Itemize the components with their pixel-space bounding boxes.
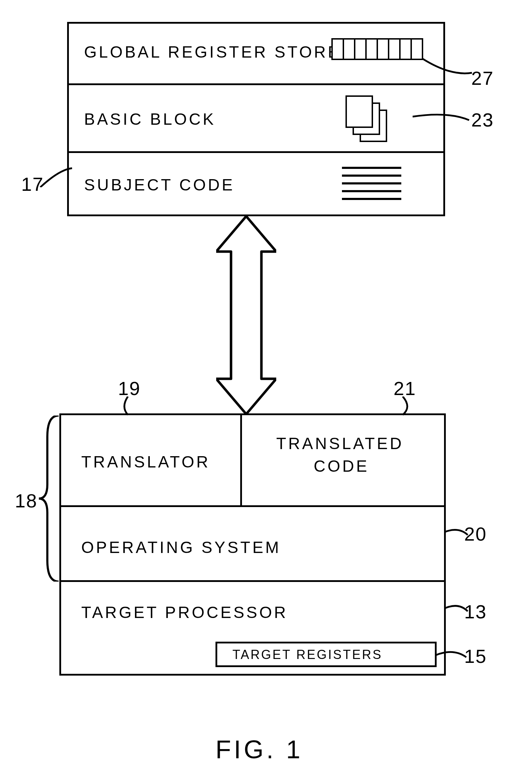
leader-13 bbox=[444, 602, 473, 620]
top-sep-2 bbox=[67, 151, 445, 153]
target-processor-label: TARGET PROCESSOR bbox=[81, 603, 288, 622]
svg-marker-0 bbox=[216, 216, 276, 414]
ref-19: 19 bbox=[118, 377, 141, 399]
bot-sep-2 bbox=[59, 580, 446, 582]
operating-system-label: OPERATING SYSTEM bbox=[81, 538, 281, 557]
ref-18: 18 bbox=[15, 490, 37, 512]
target-registers-label: TARGET REGISTERS bbox=[232, 647, 383, 662]
basic-block-label: BASIC BLOCK bbox=[84, 110, 216, 129]
leader-21 bbox=[392, 396, 413, 418]
leader-15 bbox=[436, 648, 471, 666]
translated-code-label-line2: CODE bbox=[314, 457, 369, 476]
double-arrow-icon bbox=[216, 216, 276, 414]
ref-21: 21 bbox=[394, 377, 416, 399]
leader-19 bbox=[121, 396, 142, 418]
bot-sep-1 bbox=[59, 505, 446, 507]
bot-vsep bbox=[240, 413, 242, 506]
figure-caption: FIG. 1 bbox=[215, 735, 303, 764]
leader-23 bbox=[413, 110, 476, 131]
global-register-store-label: GLOBAL REGISTER STORE bbox=[84, 42, 341, 61]
diagram-stage: GLOBAL REGISTER STORE BASIC BLOCK SUBJEC… bbox=[0, 0, 532, 777]
translated-code-label-line1: TRANSLATED bbox=[276, 434, 404, 453]
top-sep-1 bbox=[67, 83, 445, 85]
leader-20 bbox=[444, 526, 473, 544]
brace-18 bbox=[37, 416, 62, 582]
translator-label: TRANSLATOR bbox=[81, 452, 210, 471]
leader-17 bbox=[38, 166, 73, 187]
subject-code-label: SUBJECT CODE bbox=[84, 175, 235, 194]
leader-27 bbox=[422, 52, 479, 80]
